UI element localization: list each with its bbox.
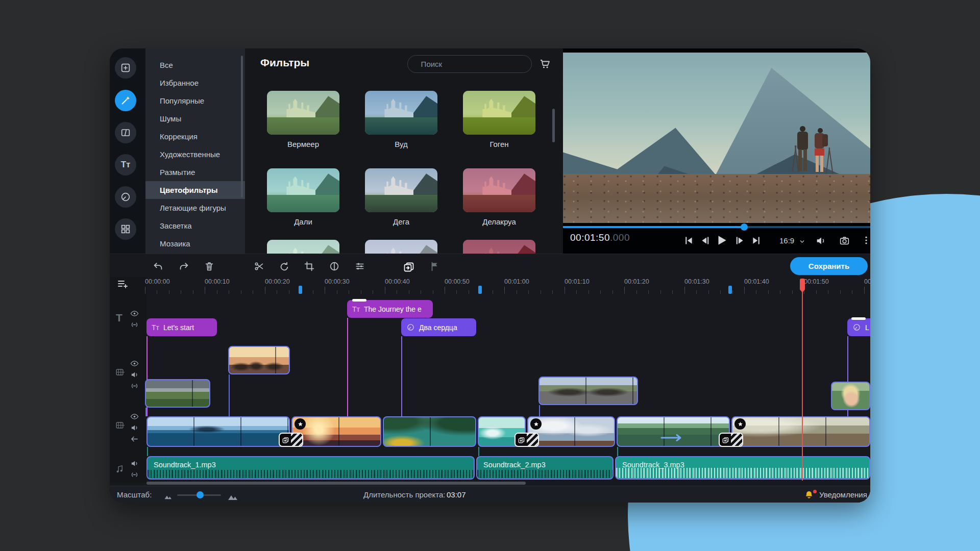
category-item[interactable]: Коррекция xyxy=(145,128,245,145)
overlay-clip-people[interactable] xyxy=(228,346,290,374)
category-item[interactable]: Мозаика xyxy=(145,235,245,253)
crop-icon[interactable] xyxy=(304,261,315,272)
filter-thumbnail[interactable] xyxy=(365,168,437,212)
overlay-clip-selfie[interactable] xyxy=(831,382,870,410)
title-clip-handle[interactable] xyxy=(352,299,366,302)
eye-icon[interactable] xyxy=(130,359,139,368)
category-list: Все Избранное Популярные Шумы Коррекция … xyxy=(145,48,245,254)
add-media-button[interactable] xyxy=(115,57,136,79)
more-icon[interactable] xyxy=(861,235,870,245)
category-item[interactable]: Засветка xyxy=(145,217,245,235)
category-item-selected[interactable]: Цветофильтры xyxy=(145,181,245,199)
titles-button[interactable]: Tт xyxy=(115,154,136,176)
category-item[interactable]: Избранное xyxy=(145,74,245,92)
scissors-icon[interactable] xyxy=(254,261,265,272)
color-adjust-icon[interactable] xyxy=(329,261,340,272)
link-icon[interactable] xyxy=(130,382,139,390)
filter-thumbnail[interactable] xyxy=(267,168,339,212)
effect-star-badge[interactable] xyxy=(295,418,306,430)
filter-thumbnail[interactable] xyxy=(463,168,535,212)
link-icon[interactable] xyxy=(130,470,139,479)
flag-icon[interactable] xyxy=(429,261,440,272)
redo-icon[interactable] xyxy=(178,261,189,272)
more-tools-button[interactable] xyxy=(115,218,136,240)
properties-icon[interactable] xyxy=(354,261,365,272)
ruler-minor-ticks[interactable] xyxy=(145,290,870,294)
frame-forward-icon[interactable] xyxy=(734,235,745,246)
volume-icon[interactable] xyxy=(815,235,826,246)
play-icon[interactable] xyxy=(715,234,728,247)
audio-clip[interactable]: Soundtrack_3.mp3 xyxy=(615,456,870,480)
playback-progress-handle[interactable] xyxy=(741,223,748,231)
zoom-in-icon[interactable] xyxy=(227,490,239,503)
timeline-scrollbar[interactable] xyxy=(146,482,526,485)
frame-back-icon[interactable] xyxy=(700,235,710,246)
category-item[interactable]: Шумы xyxy=(145,110,245,128)
category-item[interactable]: Все xyxy=(145,56,245,74)
save-button[interactable]: Сохранить xyxy=(790,257,868,275)
title-clip[interactable]: L xyxy=(847,318,870,336)
notifications-label[interactable]: Уведомления xyxy=(819,490,867,499)
playhead-handle[interactable] xyxy=(800,279,805,291)
video-clip-hikers[interactable] xyxy=(731,416,870,447)
category-item[interactable]: Художественные xyxy=(145,145,245,163)
category-item[interactable]: Популярные xyxy=(145,92,245,110)
speaker-icon[interactable] xyxy=(130,423,139,432)
arrow-left-icon[interactable] xyxy=(130,435,139,443)
audio-clip[interactable]: Soundtrack_2.mp3 xyxy=(476,456,614,480)
notifications-bell-icon[interactable] xyxy=(804,490,814,500)
cart-icon[interactable] xyxy=(539,58,551,70)
playback-progress-bar[interactable] xyxy=(563,226,870,228)
effects-button[interactable] xyxy=(115,90,136,111)
title-clip[interactable]: Два сердца xyxy=(401,318,476,336)
speaker-icon[interactable] xyxy=(130,370,139,379)
filter-thumbnail[interactable] xyxy=(267,91,339,135)
overlay-clip-bikers[interactable] xyxy=(538,377,638,405)
title-clip-handle[interactable] xyxy=(851,317,866,320)
transition-icon[interactable] xyxy=(403,261,415,273)
filter-thumbnail[interactable] xyxy=(365,91,437,135)
undo-icon[interactable] xyxy=(153,261,164,272)
rotate-icon[interactable] xyxy=(279,261,290,272)
transitions-button[interactable] xyxy=(115,122,136,143)
speaker-icon[interactable] xyxy=(130,459,139,468)
stickers-button[interactable] xyxy=(115,186,136,208)
search-input[interactable] xyxy=(420,59,524,69)
video-clip-kayak[interactable] xyxy=(383,416,476,447)
filter-thumbnail[interactable] xyxy=(267,240,339,254)
link-icon[interactable] xyxy=(130,320,139,329)
aspect-ratio-select[interactable]: 16:9 xyxy=(779,236,794,245)
category-scrollbar[interactable] xyxy=(241,56,243,197)
snapshot-icon[interactable] xyxy=(839,235,850,246)
transition-badge[interactable] xyxy=(514,433,539,447)
category-item[interactable]: Размытие xyxy=(145,163,245,181)
audio-clip[interactable]: Soundtrack_1.mp3 xyxy=(146,456,475,480)
eye-icon[interactable] xyxy=(130,412,139,421)
filter-thumbnail[interactable] xyxy=(463,240,535,254)
skip-end-icon[interactable] xyxy=(751,235,762,246)
video-clip-lake[interactable] xyxy=(617,416,730,447)
overlay-clip-mountains[interactable] xyxy=(145,379,210,408)
title-clip[interactable]: Tт The Journey the e xyxy=(347,300,433,318)
video-clip-ocean[interactable] xyxy=(146,416,290,447)
add-track-icon[interactable] xyxy=(117,278,129,290)
category-item[interactable]: Летающие фигуры xyxy=(145,199,245,217)
title-clip[interactable]: Tт Let's start xyxy=(146,318,217,336)
timeline-marker[interactable] xyxy=(728,286,732,294)
clear-icon[interactable] xyxy=(524,61,524,68)
trash-icon[interactable] xyxy=(204,261,215,272)
timeline-marker[interactable] xyxy=(478,286,482,294)
filters-scrollbar[interactable] xyxy=(552,109,555,142)
filter-thumbnail[interactable] xyxy=(463,91,535,135)
zoom-slider-handle[interactable] xyxy=(197,491,204,498)
eye-icon[interactable] xyxy=(130,309,139,318)
transition-badge[interactable] xyxy=(279,433,303,447)
effect-star-badge[interactable] xyxy=(734,418,746,430)
zoom-out-icon[interactable] xyxy=(164,492,173,501)
filter-thumbnail[interactable] xyxy=(365,240,437,254)
transition-badge[interactable] xyxy=(719,433,743,447)
skip-start-icon[interactable] xyxy=(683,235,694,246)
search-box[interactable] xyxy=(407,55,532,73)
timeline-marker[interactable] xyxy=(299,286,302,294)
effect-star-badge[interactable] xyxy=(530,418,542,430)
